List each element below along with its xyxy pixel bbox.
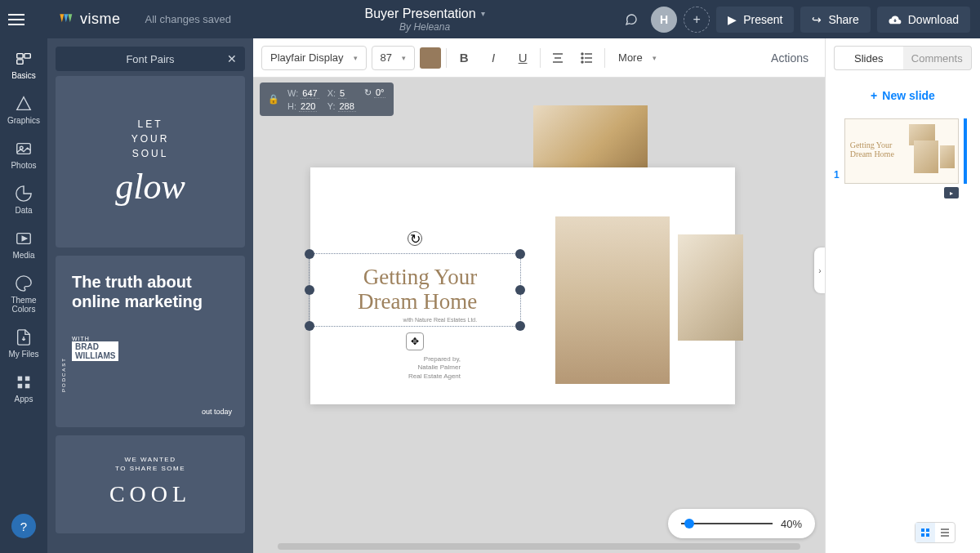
transition-icon[interactable]: ▸	[944, 187, 959, 198]
color-swatch[interactable]	[420, 47, 441, 69]
svg-rect-2	[17, 60, 23, 65]
tools-rail: Basics Graphics Photos Data Media Theme …	[0, 38, 47, 553]
slide-prepared-by[interactable]: Prepared by, Natalie Palmer Real Estate …	[408, 355, 461, 381]
files-icon	[15, 328, 33, 346]
svg-marker-3	[17, 97, 31, 110]
logo-icon	[57, 11, 74, 28]
font-pair-card[interactable]: LET YOUR SOUL glow	[56, 76, 245, 248]
basics-icon	[15, 50, 33, 68]
properties-panel[interactable]: 🔒 W: 647 X: 5 ↻ 0° H: 220 Y: 288	[260, 83, 394, 116]
app-header: visme All changes saved Buyer Presentati…	[0, 0, 980, 38]
panel-close-button[interactable]: ✕	[227, 52, 237, 65]
add-collaborator-button[interactable]: +	[684, 7, 710, 33]
panel-body[interactable]: LET YOUR SOUL glow The truth about onlin…	[47, 76, 253, 553]
svg-point-20	[581, 61, 583, 63]
chevron-down-icon: ▾	[402, 54, 406, 62]
font-pair-card[interactable]: The truth about online marketing PODCAST…	[56, 256, 245, 427]
share-button[interactable]: ↪ Share	[800, 7, 870, 33]
grid-view-button[interactable]	[915, 523, 935, 542]
svg-rect-8	[18, 377, 23, 381]
rail-photos[interactable]: Photos	[0, 135, 47, 175]
graphics-icon	[15, 95, 33, 113]
actions-menu[interactable]: Actions	[771, 51, 808, 65]
tab-comments[interactable]: Comments	[903, 46, 973, 70]
new-slide-button[interactable]: + New slide	[826, 78, 980, 118]
slides-panel: Slides Comments + New slide 1 Getting Yo…	[825, 38, 980, 553]
rotate-icon: ↻	[364, 87, 374, 97]
more-select[interactable]: More ▾	[610, 46, 665, 70]
svg-rect-26	[941, 532, 949, 533]
doc-title: Buyer Presentation	[365, 7, 476, 21]
zoom-value[interactable]: 40%	[781, 518, 802, 530]
apps-icon	[15, 373, 33, 391]
list-button[interactable]	[575, 46, 599, 70]
rail-media[interactable]: Media	[0, 225, 47, 265]
resize-handle[interactable]	[305, 249, 314, 259]
rail-theme-colors[interactable]: Theme Colors	[0, 270, 47, 319]
svg-rect-9	[25, 377, 30, 381]
logo-text: visme	[80, 11, 121, 28]
chevron-down-icon: ▾	[653, 54, 657, 62]
expand-right-panel[interactable]: ›	[814, 248, 826, 293]
panel-title: Font Pairs	[126, 53, 174, 65]
svg-marker-7	[22, 236, 27, 241]
rail-apps[interactable]: Apps	[0, 368, 47, 408]
prop-y[interactable]: 288	[338, 101, 356, 112]
rail-basics[interactable]: Basics	[0, 45, 47, 85]
rail-my-files[interactable]: My Files	[0, 323, 47, 363]
comments-button[interactable]	[618, 7, 644, 33]
horizontal-scrollbar[interactable]	[278, 543, 800, 550]
font-pairs-panel: Font Pairs ✕ LET YOUR SOUL glow The trut…	[47, 38, 253, 553]
font-size-select[interactable]: 87 ▾	[372, 46, 415, 70]
data-icon	[15, 185, 33, 203]
play-icon: ▶	[728, 13, 737, 26]
svg-rect-22	[926, 528, 929, 532]
zoom-control: 40%	[668, 509, 815, 538]
list-view-button[interactable]	[935, 523, 955, 542]
underline-button[interactable]: U	[510, 46, 535, 70]
svg-point-19	[581, 57, 583, 59]
selection-box[interactable]: ↻ ✥	[309, 253, 521, 327]
slide-image[interactable]	[678, 234, 743, 341]
svg-rect-0	[17, 54, 23, 59]
italic-button[interactable]: I	[481, 46, 506, 70]
resize-handle[interactable]	[515, 285, 525, 295]
menu-button[interactable]	[0, 0, 33, 38]
rail-graphics[interactable]: Graphics	[0, 90, 47, 130]
prop-height[interactable]: 220	[299, 101, 317, 112]
svg-rect-25	[941, 528, 949, 530]
present-button[interactable]: ▶ Present	[716, 7, 794, 33]
move-handle[interactable]: ✥	[406, 332, 424, 350]
bold-button[interactable]: B	[452, 46, 476, 70]
svg-rect-24	[926, 533, 929, 537]
help-button[interactable]: ?	[11, 514, 36, 538]
slide-image[interactable]	[555, 216, 670, 384]
download-button[interactable]: Download	[877, 7, 970, 33]
align-button[interactable]	[546, 46, 570, 70]
user-avatar[interactable]: H	[651, 7, 677, 33]
font-pair-card[interactable]: WE WANTED TO SHARE SOME COOL	[56, 435, 245, 533]
prop-rotation[interactable]: 0°	[374, 87, 386, 98]
photos-icon	[15, 140, 33, 158]
doc-title-area[interactable]: Buyer Presentation ▾ By Heleana	[231, 7, 618, 33]
zoom-slider[interactable]	[681, 523, 773, 524]
logo[interactable]: visme	[33, 11, 129, 28]
slide-thumbnail[interactable]: Getting Your Dream Home	[844, 118, 959, 184]
resize-handle[interactable]	[515, 321, 525, 331]
svg-rect-23	[921, 533, 924, 537]
svg-point-18	[581, 53, 583, 55]
tab-slides[interactable]: Slides	[834, 46, 903, 70]
prop-x[interactable]: 5	[338, 88, 346, 99]
lock-icon[interactable]: 🔒	[268, 94, 279, 105]
save-status: All changes saved	[145, 13, 232, 25]
svg-rect-1	[24, 54, 30, 59]
rotate-handle[interactable]: ↻	[408, 231, 422, 246]
resize-handle[interactable]	[305, 285, 314, 295]
plus-icon: +	[871, 89, 877, 102]
resize-handle[interactable]	[515, 249, 525, 259]
font-family-select[interactable]: Playfair Display ▾	[261, 46, 367, 70]
resize-handle[interactable]	[305, 321, 314, 331]
rail-data[interactable]: Data	[0, 180, 47, 220]
prop-width[interactable]: 647	[301, 88, 318, 99]
text-toolbar: Playfair Display ▾ 87 ▾ B I U More ▾ Act…	[253, 38, 825, 78]
